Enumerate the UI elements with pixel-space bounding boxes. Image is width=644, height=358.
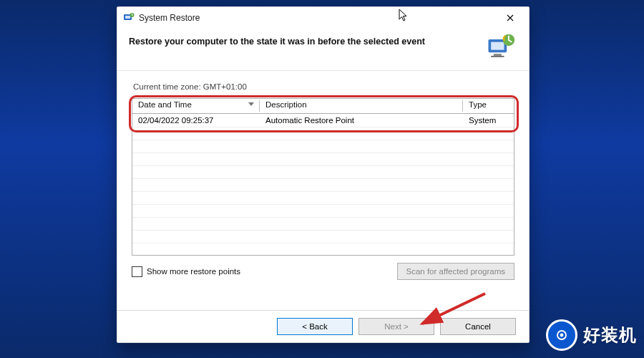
headline-text: Restore your computer to the state it wa… <box>129 33 425 48</box>
cell-description: Automatic Restore Point <box>260 116 463 125</box>
close-icon <box>507 14 514 21</box>
system-restore-dialog: System Restore Restore your computer to … <box>117 6 530 343</box>
dialog-header: Restore your computer to the state it wa… <box>117 29 529 70</box>
cancel-button[interactable]: Cancel <box>440 318 516 335</box>
watermark-text: 好装机 <box>583 324 637 347</box>
scan-affected-button: Scan for affected programs <box>397 263 515 280</box>
next-button: Next > <box>358 318 434 335</box>
svg-rect-5 <box>494 54 502 56</box>
checkbox-box-icon <box>132 266 142 277</box>
cell-datetime: 02/04/2022 09:25:37 <box>132 116 260 125</box>
titlebar[interactable]: System Restore <box>117 7 529 29</box>
close-button[interactable] <box>494 8 526 28</box>
table-empty-grid <box>132 127 514 254</box>
table-header-row: Date and Time Description Type <box>132 99 514 114</box>
window-title: System Restore <box>139 13 200 23</box>
restore-points-table[interactable]: Date and Time Description Type 02/04/202… <box>132 98 514 256</box>
col-header-type[interactable]: Type <box>463 99 514 113</box>
options-row: Show more restore points Scan for affect… <box>132 263 514 283</box>
cell-type: System <box>463 116 514 125</box>
col-header-description-label: Description <box>265 100 307 109</box>
dialog-footer: < Back Next > Cancel <box>117 311 529 342</box>
svg-rect-4 <box>491 42 504 50</box>
back-button[interactable]: < Back <box>277 318 353 335</box>
timezone-label: Current time zone: GMT+01:00 <box>133 82 514 91</box>
svg-point-11 <box>560 334 564 337</box>
header-separator <box>117 70 529 71</box>
col-header-datetime[interactable]: Date and Time <box>132 99 260 113</box>
show-more-checkbox[interactable]: Show more restore points <box>132 266 240 277</box>
watermark-badge-icon <box>546 319 577 351</box>
dialog-body: Current time zone: GMT+01:00 Date and Ti… <box>117 79 529 303</box>
col-header-description[interactable]: Description <box>260 99 463 113</box>
svg-rect-1 <box>125 16 130 19</box>
svg-rect-6 <box>491 56 504 57</box>
table-body: 02/04/2022 09:25:37 Automatic Restore Po… <box>132 114 514 254</box>
table-row[interactable]: 02/04/2022 09:25:37 Automatic Restore Po… <box>132 114 514 127</box>
col-header-type-label: Type <box>469 100 487 109</box>
sort-indicator-icon <box>248 102 254 106</box>
restore-hero-icon <box>484 32 516 63</box>
desktop-background: System Restore Restore your computer to … <box>0 0 644 358</box>
col-header-datetime-label: Date and Time <box>138 100 192 109</box>
show-more-checkbox-label: Show more restore points <box>147 267 240 276</box>
app-icon <box>123 12 135 24</box>
watermark: 好装机 <box>546 319 637 351</box>
